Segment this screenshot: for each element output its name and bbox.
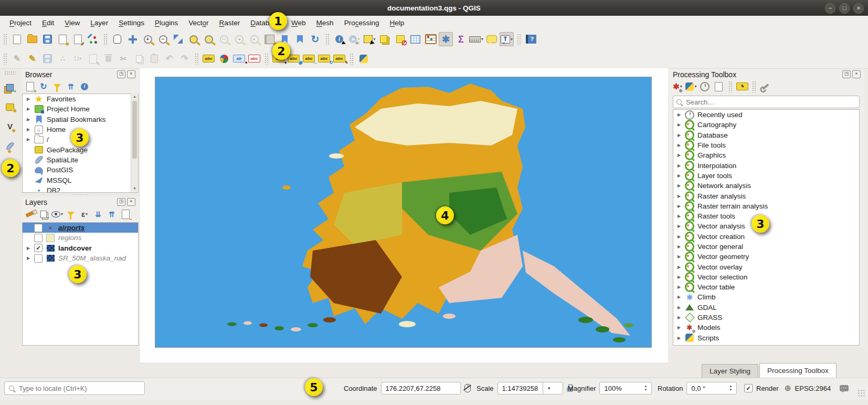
chevron-down-icon[interactable]: ▼ [543,382,551,394]
filter-browser-button[interactable] [51,81,63,92]
expander-icon[interactable]: ▶ [676,315,682,320]
expander-icon[interactable]: ▶ [676,163,682,168]
rotation-spinner[interactable]: 0,0 ° ▲▼ [686,382,737,394]
expander-icon[interactable]: ▶ [676,275,682,279]
extents-toggle-icon[interactable] [464,384,471,392]
toggle-editing-button[interactable]: ✎ [25,51,39,66]
float-panel-icon[interactable]: ◳ [117,198,125,206]
expander-icon[interactable]: ▶ [676,285,682,289]
processing-toolbox-toggle-button[interactable]: ✱ [439,32,453,46]
show-spatial-bookmarks-button[interactable] [293,32,307,46]
expander-icon[interactable]: ▶ [676,265,682,269]
python-menu-button[interactable]: ▾ [685,81,697,92]
toolbox-item-network-analysis[interactable]: ▶Network analysis [673,181,859,191]
toolbox-item-interpolation[interactable]: ▶Interpolation [673,160,859,170]
render-checkbox[interactable]: ✓ [744,384,753,392]
layer-checkbox[interactable] [34,224,43,232]
menu-item-vector[interactable]: Vector [183,17,214,29]
python-menu-dropdown-icon[interactable]: ▾ [694,84,696,89]
expander-icon[interactable]: ▶ [676,153,682,158]
layer-item-sr-50m-alaska-nad[interactable]: ▶SR_50M_alaska_nad [23,253,138,263]
browser-item-favorites[interactable]: ▶★Favorites [23,94,138,104]
expander-icon[interactable]: ▶ [26,127,31,132]
toolbox-options-button[interactable] [760,81,771,92]
text-annotation-button[interactable]: T▾ [500,32,514,46]
add-spatialite-layer-button[interactable]: ✱ [3,139,17,153]
layer-item-regions[interactable]: regions [23,233,138,243]
measure-dropdown-icon[interactable]: ▾ [481,37,483,41]
vertex-tool-dropdown-icon[interactable]: ▾ [79,56,81,61]
expander-icon[interactable]: ▶ [676,224,682,229]
scale-combo[interactable]: 1:14739258 ▼ [497,382,563,394]
expander-icon[interactable]: ▶ [676,122,682,127]
open-project-button[interactable] [25,32,39,46]
remove-layer-button[interactable]: − [120,209,131,220]
run-feature-action-dropdown-icon[interactable]: ▾ [357,37,359,41]
deselect-features-button[interactable] [393,32,407,46]
toolbox-item-vector-geometry[interactable]: ▶Vector geometry [673,252,859,262]
new-map-view-button[interactable]: ✱ [262,32,277,46]
add-group-button[interactable]: + [38,209,49,220]
expander-icon[interactable]: ▶ [676,295,682,299]
add-selected-layers-button[interactable]: + [24,81,36,92]
show-layout-manager-button[interactable]: ✐ [71,32,85,46]
manage-map-themes-dropdown-icon[interactable]: ▾ [61,212,63,216]
filter-legend-button[interactable] [65,209,77,220]
field-calculator-button[interactable] [424,32,438,46]
float-panel-icon[interactable]: ◳ [117,70,125,78]
select-features-button[interactable]: ▾ [363,32,377,46]
browser-item-project-home[interactable]: ▶Project Home [23,104,138,114]
identify-features-button[interactable]: i [332,32,346,46]
browser-item-mssql[interactable]: MSSQL [23,175,138,185]
browser-item-spatial-bookmarks[interactable]: ▶Spatial Bookmarks [23,115,138,124]
models-menu-button[interactable]: ✱✱▾ [672,81,683,92]
expander-icon[interactable]: ▶ [26,246,31,251]
toolbox-item-database[interactable]: ▶Database [673,130,859,140]
menu-item-layer[interactable]: Layer [85,17,113,29]
toolbox-item-models[interactable]: ▶✱✱Models [673,323,859,333]
expander-icon[interactable]: ▶ [676,143,682,148]
menu-item-web[interactable]: Web [286,17,311,29]
expander-icon[interactable]: ▶ [26,107,31,111]
zoom-out-button[interactable]: − [156,32,170,46]
float-panel-icon[interactable]: ◳ [842,70,851,78]
close-panel-icon[interactable]: × [852,70,861,78]
statistical-summary-button[interactable]: Σ [454,32,468,46]
expander-icon[interactable]: ▶ [676,183,682,188]
close-panel-icon[interactable]: × [127,70,135,78]
python-console-button[interactable] [356,51,371,66]
collapse-all-button[interactable]: ⇈ [65,81,77,92]
browser-scrollbar[interactable]: ▲ ▼ [131,94,138,192]
resize-grip[interactable] [858,389,865,397]
panel-splitter[interactable]: ······ [21,192,140,196]
layer-diagram-button[interactable] [217,51,231,66]
expander-icon[interactable]: ▶ [676,325,682,330]
data-source-manager-button[interactable]: + [3,80,17,95]
toolbox-item-vector-general[interactable]: ▶Vector general [673,242,859,252]
menu-item-raster[interactable]: Raster [214,17,246,29]
layer-checkbox[interactable] [34,234,43,242]
highlight-labels-button[interactable]: abc [247,51,261,66]
help-button[interactable]: ? [524,32,538,46]
browser-item-spatialite[interactable]: SpatiaLite [23,155,138,165]
measure-button[interactable]: ▾ [469,32,483,46]
edit-features-inplace-button[interactable]: ✎ [736,81,748,92]
dock-tab-processing-toolbox[interactable]: Processing Toolbox [759,363,837,378]
layer-item-airports[interactable]: ●airports [23,223,138,233]
minimize-button[interactable]: – [825,3,835,14]
expander-icon[interactable]: ▶ [26,97,31,101]
spinner-arrows[interactable]: ▲▼ [644,385,648,391]
zoom-to-layer-button[interactable] [202,32,216,46]
menu-item-processing[interactable]: Processing [339,17,385,29]
messages-icon[interactable]: ··· [840,385,849,391]
style-manager-button[interactable] [86,32,100,46]
maximize-button[interactable]: □ [839,3,850,14]
zoom-to-selection-button[interactable] [186,32,200,46]
layer-checkbox[interactable]: ✓ [34,244,43,252]
add-geopackage-layer-button[interactable]: ✱ [3,100,17,114]
filter-expression-dropdown-icon[interactable]: ▾ [86,212,88,216]
dock-tab-layer-styling[interactable]: Layer Styling [702,364,758,378]
menu-item-settings[interactable]: Settings [113,17,150,29]
magnifier-spinner[interactable]: 100% ▲▼ [599,382,652,394]
change-label-button[interactable]: abc✎ [332,51,346,66]
